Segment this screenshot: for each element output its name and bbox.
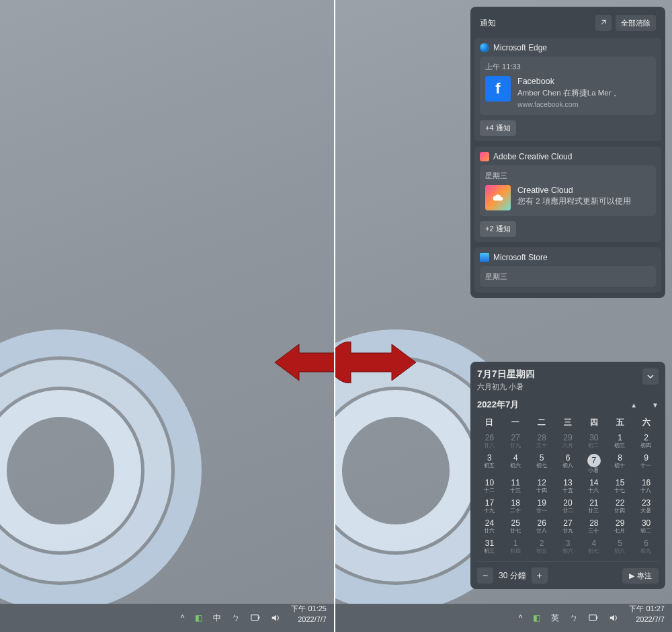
focus-duration-label: 30 分鐘 bbox=[499, 570, 526, 582]
calendar-day[interactable]: 13十五 bbox=[556, 477, 581, 496]
annotation-arrow-left bbox=[274, 342, 334, 386]
calendar-day[interactable]: 5初八 bbox=[607, 537, 632, 556]
calendar-dow: 日 bbox=[477, 415, 502, 430]
calendar-day[interactable]: 15十七 bbox=[607, 477, 632, 496]
tray-app-icon[interactable]: ◧ bbox=[531, 604, 542, 632]
calendar-day[interactable]: 2初四 bbox=[634, 432, 659, 450]
calendar-dow: 六 bbox=[634, 415, 659, 430]
network-icon[interactable] bbox=[587, 604, 600, 632]
calendar-day[interactable]: 25廿七 bbox=[503, 517, 528, 536]
tray-overflow-icon[interactable]: ^ bbox=[179, 604, 187, 632]
focus-increase-button[interactable]: + bbox=[532, 567, 548, 584]
ime-mode-icon[interactable]: ㄅ bbox=[568, 604, 580, 632]
svg-rect-1 bbox=[259, 617, 260, 619]
clock-date: 2022/7/7 bbox=[636, 615, 665, 624]
calendar-day[interactable]: 26廿八 bbox=[530, 517, 554, 536]
notification-item[interactable]: 星期三 Creative Cloud 您有 2 項應用程式更新可以使用 bbox=[480, 165, 656, 216]
calendar-date-heading: 7月7日星期四 bbox=[477, 368, 535, 381]
clock-date: 2022/7/7 bbox=[298, 615, 327, 624]
calendar-day[interactable]: 14十六 bbox=[581, 477, 606, 496]
calendar-day[interactable]: 23大暑 bbox=[634, 497, 659, 516]
ime-indicator[interactable]: 中 bbox=[211, 604, 223, 632]
calendar-day[interactable]: 6初九 bbox=[634, 537, 659, 556]
calendar-day[interactable]: 26廿八 bbox=[477, 432, 502, 450]
store-icon bbox=[480, 253, 489, 262]
calendar-day[interactable]: 28三十 bbox=[581, 517, 606, 536]
calendar-day[interactable]: 6初八 bbox=[556, 452, 581, 475]
calendar-day[interactable]: 1初四 bbox=[503, 537, 528, 556]
taskbar: ^ ◧ 中 ㄅ 下午 01:25 2022/7/7 bbox=[0, 604, 334, 632]
calendar-dow: 五 bbox=[607, 415, 632, 430]
clock-time: 下午 01:25 bbox=[291, 604, 327, 613]
taskbar-clock[interactable]: 下午 01:25 2022/7/7 bbox=[289, 604, 329, 632]
tray-overflow-icon[interactable]: ^ bbox=[517, 604, 525, 632]
notification-item[interactable]: 上午 11:33 f Facebook Amber Chen 在將捷La Mer… bbox=[480, 56, 656, 115]
clear-all-button[interactable]: 全部清除 bbox=[616, 15, 656, 31]
calendar-day[interactable]: 8初十 bbox=[607, 452, 632, 475]
calendar-day[interactable]: 12十四 bbox=[530, 477, 554, 496]
calendar-day[interactable]: 24廿六 bbox=[477, 517, 502, 536]
calendar-day[interactable]: 27廿九 bbox=[556, 517, 581, 536]
network-icon[interactable] bbox=[249, 604, 262, 632]
more-notifications-chip[interactable]: +2 通知 bbox=[480, 221, 516, 237]
calendar-day[interactable]: 18二十 bbox=[503, 497, 528, 516]
taskbar-clock[interactable]: 下午 01:27 2022/7/7 bbox=[627, 604, 667, 632]
calendar-day[interactable]: 4初七 bbox=[581, 537, 606, 556]
calendar-day[interactable]: 31初三 bbox=[477, 537, 502, 556]
calendar-day[interactable]: 20廿二 bbox=[556, 497, 581, 516]
calendar-day[interactable]: 27廿九 bbox=[503, 432, 528, 450]
calendar-month-label[interactable]: 2022年7月 bbox=[477, 399, 519, 411]
ime-indicator[interactable]: 英 bbox=[549, 604, 561, 632]
taskbar: ^ ◧ 英 ㄅ 下午 01:27 2022/7/7 bbox=[335, 604, 672, 632]
svg-rect-3 bbox=[597, 617, 598, 619]
open-settings-button[interactable] bbox=[595, 15, 612, 31]
tray-app-icon[interactable]: ◧ bbox=[193, 604, 204, 632]
calendar-flyout: 7月7日星期四 六月初九 小暑 2022年7月 ▲ ▼ 日一二三四五六26廿八2… bbox=[470, 362, 665, 589]
annotation-arrow-right bbox=[335, 342, 417, 386]
calendar-grid: 日一二三四五六26廿八27廿九28三十29六月30初二1初三2初四3初五4初六5… bbox=[477, 415, 659, 556]
volume-icon[interactable] bbox=[607, 604, 620, 632]
notif-group-store: Microsoft Store 星期三 bbox=[474, 247, 661, 292]
calendar-day[interactable]: 16十八 bbox=[634, 477, 659, 496]
svg-rect-0 bbox=[251, 615, 259, 621]
calendar-day[interactable]: 10十二 bbox=[477, 477, 502, 496]
calendar-day[interactable]: 5初七 bbox=[530, 452, 554, 475]
calendar-day[interactable]: 2初五 bbox=[530, 537, 554, 556]
collapse-button[interactable] bbox=[642, 368, 659, 385]
calendar-day[interactable]: 21廿三 bbox=[581, 497, 606, 516]
calendar-day[interactable]: 19廿一 bbox=[530, 497, 554, 516]
calendar-date-sub: 六月初九 小暑 bbox=[477, 382, 535, 392]
notif-group-adobe: Adobe Creative Cloud 星期三 Creative Cloud … bbox=[474, 147, 661, 242]
calendar-day[interactable]: 29六月 bbox=[556, 432, 581, 450]
calendar-dow: 二 bbox=[530, 415, 554, 430]
notification-item[interactable]: 星期三 bbox=[480, 266, 656, 287]
adobe-icon bbox=[480, 152, 489, 161]
svg-rect-2 bbox=[589, 615, 597, 621]
calendar-day[interactable]: 28三十 bbox=[530, 432, 554, 450]
ime-mode-icon[interactable]: ㄅ bbox=[230, 604, 242, 632]
calendar-day[interactable]: 4初六 bbox=[503, 452, 528, 475]
calendar-day[interactable]: 30初二 bbox=[634, 517, 659, 536]
volume-icon[interactable] bbox=[269, 604, 282, 632]
calendar-dow: 四 bbox=[581, 415, 606, 430]
notif-group-edge: Microsoft Edge 上午 11:33 f Facebook Amber… bbox=[474, 38, 661, 141]
focus-start-button[interactable]: ▶ 專注 bbox=[622, 568, 659, 584]
focus-decrease-button[interactable]: − bbox=[477, 567, 493, 584]
calendar-day[interactable]: 7小暑 bbox=[581, 452, 606, 475]
calendar-day[interactable]: 1初三 bbox=[607, 432, 632, 450]
calendar-day[interactable]: 3初五 bbox=[477, 452, 502, 475]
calendar-dow: 三 bbox=[556, 415, 581, 430]
clock-time: 下午 01:27 bbox=[629, 604, 665, 613]
notification-panel: 通知 全部清除 Microsoft Edge 上午 11:33 f Facebo… bbox=[470, 7, 665, 298]
calendar-day[interactable]: 30初二 bbox=[581, 432, 606, 450]
calendar-day[interactable]: 29七月 bbox=[607, 517, 632, 536]
calendar-day[interactable]: 9十一 bbox=[634, 452, 659, 475]
calendar-day[interactable]: 11十三 bbox=[503, 477, 528, 496]
prev-month-button[interactable]: ▲ bbox=[630, 401, 637, 409]
calendar-day[interactable]: 17十九 bbox=[477, 497, 502, 516]
calendar-day[interactable]: 3初六 bbox=[556, 537, 581, 556]
more-notifications-chip[interactable]: +4 通知 bbox=[480, 120, 516, 136]
calendar-day[interactable]: 22廿四 bbox=[607, 497, 632, 516]
next-month-button[interactable]: ▼ bbox=[652, 401, 659, 409]
calendar-dow: 一 bbox=[503, 415, 528, 430]
